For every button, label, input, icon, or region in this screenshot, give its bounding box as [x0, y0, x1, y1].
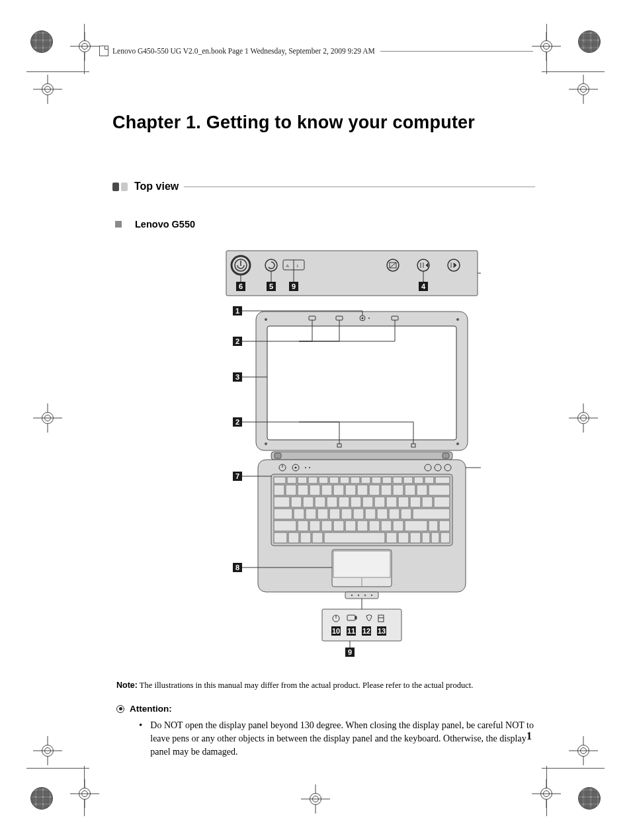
svg-text:9: 9 [292, 282, 296, 290]
svg-rect-102 [353, 509, 364, 519]
svg-text:12: 12 [362, 627, 370, 635]
section-title: Top view [134, 181, 179, 192]
attention-bullet-text: Do NOT open the display panel beyond 130… [150, 719, 535, 759]
svg-rect-84 [303, 497, 314, 507]
svg-rect-93 [410, 497, 421, 507]
note-text: The illustrations in this manual may dif… [140, 681, 473, 690]
svg-rect-69 [286, 485, 296, 495]
bullet-dot-icon: • [139, 719, 142, 759]
attention-label: Attention: [130, 704, 172, 714]
svg-text:3: 3 [235, 373, 239, 381]
svg-rect-118 [405, 521, 427, 531]
svg-rect-135 [345, 592, 378, 599]
registration-cross-icon [569, 75, 598, 104]
svg-rect-94 [422, 497, 433, 507]
section-bullet-icon [112, 183, 128, 191]
svg-rect-92 [398, 497, 409, 507]
svg-point-32 [368, 317, 370, 319]
svg-rect-77 [381, 485, 392, 495]
attention-bullet: • Do NOT open the display panel beyond 1… [139, 719, 535, 759]
crop-mark-icon [30, 30, 53, 53]
registration-cross-icon [33, 736, 62, 765]
svg-rect-131 [441, 532, 450, 543]
svg-text:10: 10 [332, 627, 340, 635]
running-header-text: Lenovo G450-550 UG V2.0_en.book Page 1 W… [112, 47, 375, 55]
svg-rect-64 [403, 477, 413, 483]
svg-rect-81 [429, 485, 450, 495]
svg-rect-99 [317, 509, 328, 519]
svg-rect-173 [355, 616, 357, 619]
registration-cross-icon [33, 75, 62, 104]
svg-point-36 [456, 318, 459, 321]
svg-rect-76 [369, 485, 380, 495]
svg-rect-128 [410, 532, 421, 543]
registration-cross-icon [70, 32, 99, 61]
svg-rect-126 [386, 532, 397, 543]
svg-point-37 [265, 442, 267, 445]
svg-text:13: 13 [378, 627, 386, 635]
svg-rect-108 [274, 521, 296, 531]
svg-rect-105 [389, 509, 400, 519]
crop-line [26, 71, 89, 72]
svg-rect-97 [294, 509, 304, 519]
svg-rect-87 [339, 497, 349, 507]
svg-rect-100 [329, 509, 340, 519]
svg-rect-73 [333, 485, 344, 495]
svg-text:9: 9 [348, 648, 352, 656]
svg-rect-53 [287, 477, 296, 483]
svg-rect-122 [288, 532, 299, 543]
svg-rect-120 [439, 521, 450, 531]
svg-rect-129 [422, 532, 430, 543]
svg-rect-82 [274, 497, 290, 507]
svg-rect-67 [435, 477, 450, 483]
svg-rect-107 [413, 509, 450, 519]
registration-cross-icon [33, 403, 62, 433]
svg-rect-75 [357, 485, 368, 495]
note-label: Note: [116, 681, 138, 690]
svg-rect-66 [425, 477, 434, 483]
subsection-title: Lenovo G550 [135, 219, 195, 230]
svg-rect-110 [310, 521, 320, 531]
crop-line [542, 768, 605, 769]
section-heading: Top view [112, 181, 535, 192]
svg-point-136 [351, 595, 353, 596]
svg-rect-86 [327, 497, 337, 507]
svg-rect-119 [429, 521, 438, 531]
svg-text:2: 2 [235, 337, 239, 345]
svg-rect-55 [308, 477, 317, 483]
svg-rect-0 [226, 251, 478, 296]
svg-rect-127 [398, 532, 409, 543]
svg-rect-80 [417, 485, 427, 495]
crop-mark-icon [30, 787, 53, 810]
svg-rect-26 [267, 326, 456, 440]
svg-text:4: 4 [421, 282, 426, 290]
svg-rect-39 [271, 452, 452, 460]
svg-rect-60 [361, 477, 370, 483]
svg-rect-41 [442, 453, 449, 458]
crop-line [542, 71, 605, 72]
registration-cross-icon [569, 736, 598, 765]
svg-rect-83 [291, 497, 302, 507]
registration-cross-icon [301, 784, 330, 814]
svg-text:6: 6 [239, 282, 243, 290]
svg-rect-89 [362, 497, 373, 507]
svg-point-38 [456, 442, 459, 445]
svg-point-137 [358, 595, 359, 596]
svg-rect-78 [393, 485, 403, 495]
svg-rect-125 [324, 532, 385, 543]
attention-heading: Attention: [116, 704, 535, 714]
svg-rect-103 [365, 509, 376, 519]
svg-rect-79 [405, 485, 415, 495]
svg-rect-101 [341, 509, 352, 519]
subsection-heading: Lenovo G550 [112, 219, 535, 230]
svg-rect-54 [298, 477, 307, 483]
svg-text:5: 5 [269, 282, 273, 290]
svg-point-46 [305, 467, 306, 468]
svg-rect-61 [372, 477, 381, 483]
svg-rect-62 [382, 477, 392, 483]
svg-rect-52 [274, 477, 286, 483]
svg-rect-58 [340, 477, 349, 483]
svg-rect-68 [274, 485, 284, 495]
svg-rect-104 [377, 509, 388, 519]
svg-rect-116 [381, 521, 392, 531]
